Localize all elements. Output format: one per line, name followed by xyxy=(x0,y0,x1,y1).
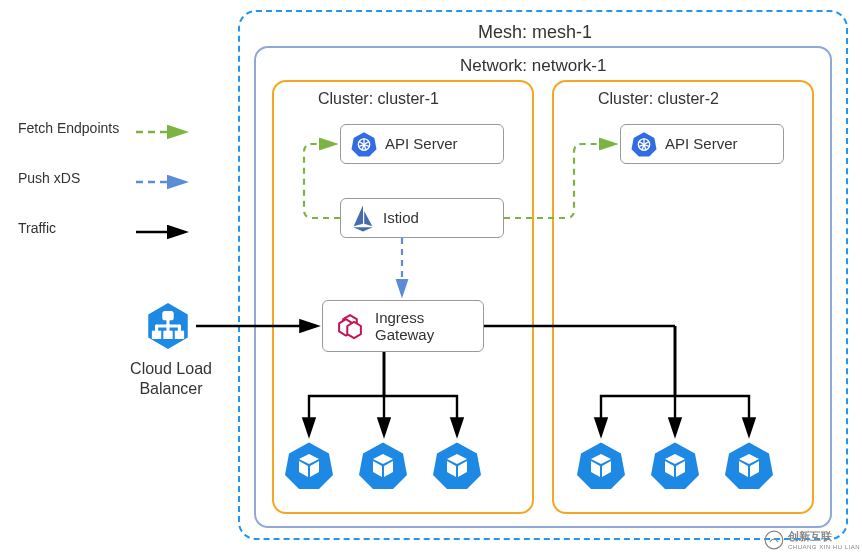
watermark: 创新互联 CHUANG XIN HU LIAN xyxy=(764,529,860,550)
svg-point-39 xyxy=(765,531,783,549)
watermark-text: 创新互联 xyxy=(788,529,860,544)
connectors xyxy=(0,0,862,552)
watermark-sub: CHUANG XIN HU LIAN xyxy=(788,544,860,550)
watermark-icon xyxy=(764,530,784,550)
